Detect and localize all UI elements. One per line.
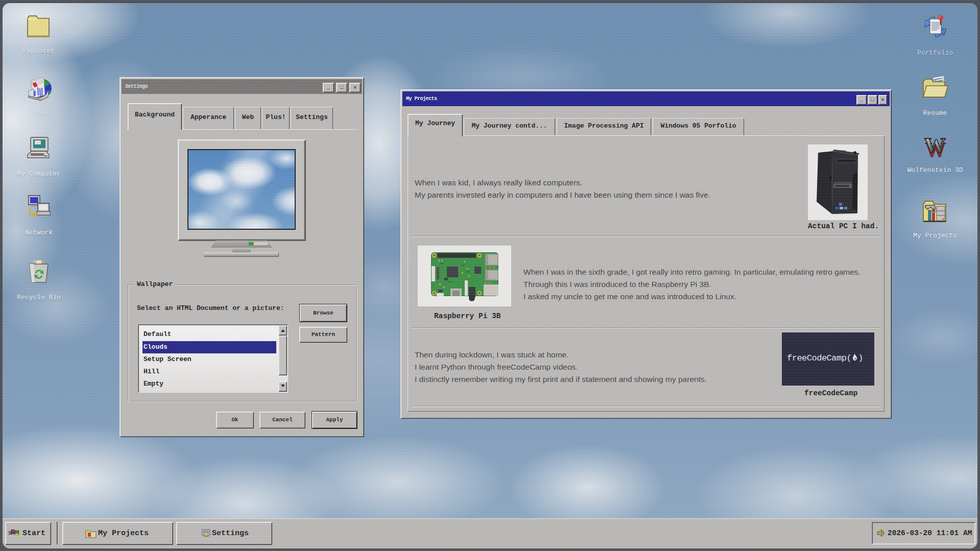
svg-text:W: W xyxy=(924,134,946,157)
